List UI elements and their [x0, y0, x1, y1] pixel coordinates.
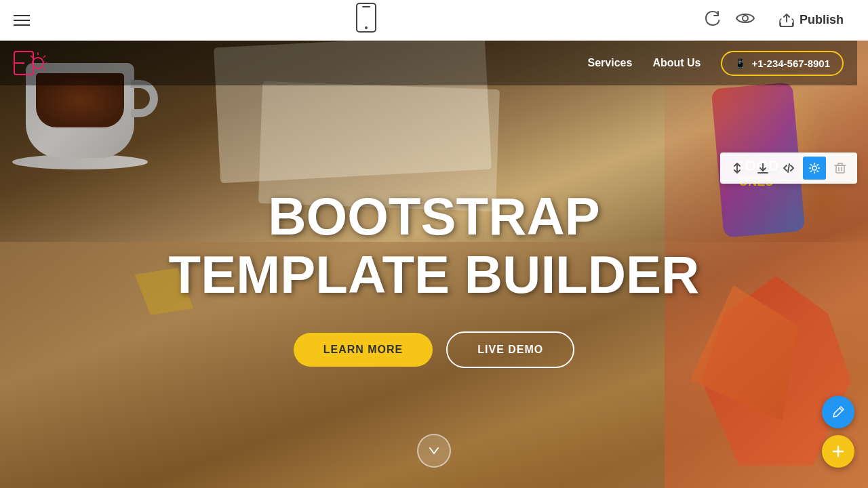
svg-point-16 — [812, 166, 816, 170]
add-fab-button[interactable] — [822, 435, 854, 468]
main-toolbar: Publish — [0, 0, 868, 41]
publish-label: Publish — [800, 13, 844, 27]
svg-line-8 — [43, 56, 45, 58]
svg-point-3 — [743, 16, 748, 21]
section-delete-button[interactable] — [829, 157, 852, 180]
toolbar-center — [356, 3, 376, 37]
svg-point-1 — [365, 26, 368, 29]
hero-title-line2: TEMPLATE BUILDER — [169, 246, 700, 304]
hamburger-line — [14, 15, 30, 16]
fab-container — [822, 396, 854, 468]
live-demo-button[interactable]: LIVE DEMO — [446, 331, 574, 368]
toolbar-left — [14, 15, 30, 26]
learn-more-button[interactable]: LEARN MORE — [294, 333, 433, 367]
section-move-button[interactable] — [726, 157, 749, 180]
hero-content: BOOTSTRAP TEMPLATE BUILDER LEARN MORE LI… — [0, 41, 868, 488]
publish-button[interactable]: Publish — [768, 7, 854, 33]
hero-title-line1: BOOTSTRAP — [169, 188, 700, 246]
services-link[interactable]: Services — [588, 57, 633, 69]
undo-button[interactable] — [703, 9, 722, 32]
section-toolbar — [720, 152, 857, 184]
svg-line-11 — [31, 56, 33, 58]
hero-title: BOOTSTRAP TEMPLATE BUILDER — [169, 188, 700, 304]
svg-line-15 — [788, 164, 789, 172]
svg-point-6 — [33, 58, 43, 68]
nav-links: Services About Us 📱 +1-234-567-8901 — [588, 51, 844, 76]
about-us-link[interactable]: About Us — [652, 57, 701, 69]
svg-rect-17 — [836, 165, 844, 173]
nav-logo — [14, 49, 47, 77]
preview-navigation: Services About Us 📱 +1-234-567-8901 — [0, 41, 857, 85]
phone-button[interactable]: 📱 +1-234-567-8901 — [721, 51, 844, 76]
edit-fab-button[interactable] — [822, 396, 854, 428]
toolbar-right: Publish — [703, 7, 854, 33]
mobile-preview-button[interactable] — [356, 3, 376, 37]
hero-buttons: LEARN MORE LIVE DEMO — [294, 331, 575, 368]
phone-number: +1-234-567-8901 — [751, 58, 830, 69]
logo-svg — [14, 49, 47, 77]
svg-line-10 — [43, 68, 45, 70]
scroll-down-area — [417, 434, 451, 468]
scroll-down-button[interactable] — [417, 434, 451, 468]
hamburger-line — [14, 20, 30, 21]
section-settings-button[interactable] — [803, 157, 826, 180]
hamburger-line — [14, 24, 30, 26]
preview-button[interactable] — [736, 12, 755, 29]
phone-icon: 📱 — [734, 58, 746, 68]
canvas-area: GOOD ONES — [0, 41, 868, 488]
section-download-button[interactable] — [751, 157, 774, 180]
svg-line-24 — [840, 408, 842, 411]
section-code-button[interactable] — [777, 157, 800, 180]
hamburger-button[interactable] — [14, 15, 30, 26]
